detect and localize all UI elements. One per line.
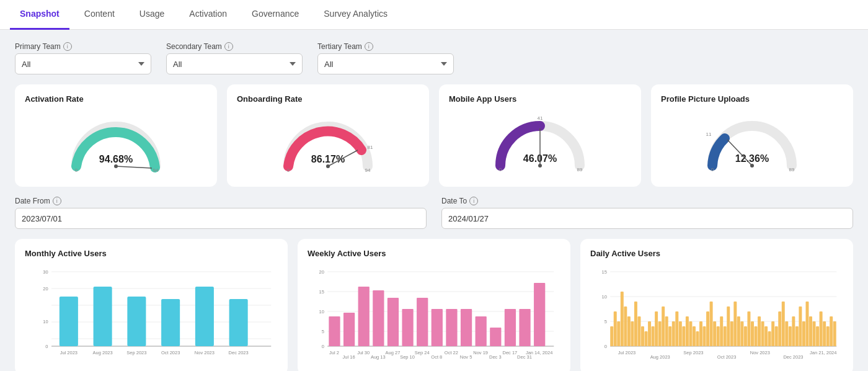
svg-rect-151: [785, 321, 788, 346]
svg-rect-162: [823, 321, 826, 346]
monthly-chart-area: 30 20 10 0: [25, 266, 278, 365]
svg-text:Oct 22: Oct 22: [445, 350, 458, 355]
svg-text:Nov 2023: Nov 2023: [750, 350, 770, 355]
svg-rect-155: [799, 306, 802, 346]
svg-rect-66: [490, 328, 501, 346]
activation-rate-title: Activation Rate: [25, 94, 84, 104]
secondary-team-info-icon[interactable]: i: [224, 42, 233, 51]
svg-rect-118: [672, 321, 675, 346]
svg-rect-165: [833, 321, 836, 346]
gauges-row: Activation Rate 94.68% 0 94 Onboarding R: [15, 84, 853, 187]
svg-rect-140: [747, 311, 750, 346]
tertiary-team-filter: Tertiary Team i All: [317, 42, 454, 74]
onboarding-rate-gauge: 86.17% 0 94 81: [237, 109, 419, 177]
svg-text:Dec 2023: Dec 2023: [783, 354, 803, 360]
primary-team-filter: Primary Team i All: [15, 42, 151, 74]
svg-rect-108: [637, 316, 640, 346]
monthly-active-users-card: Monthly Active Users 30 20 10 0: [15, 239, 288, 371]
svg-text:Jul 2023: Jul 2023: [618, 350, 636, 355]
svg-rect-113: [655, 311, 658, 346]
svg-rect-106: [631, 321, 634, 346]
svg-text:Oct 2023: Oct 2023: [161, 350, 180, 355]
onboarding-rate-title: Onboarding Rate: [237, 94, 302, 104]
tab-governance[interactable]: Governance: [242, 0, 309, 30]
svg-text:86.17%: 86.17%: [311, 154, 345, 164]
svg-rect-156: [802, 321, 805, 346]
svg-rect-36: [161, 299, 180, 346]
svg-rect-116: [665, 316, 668, 346]
mobile-app-users-title: Mobile App Users: [449, 94, 516, 104]
svg-text:11: 11: [706, 132, 712, 137]
date-from-input[interactable]: [15, 208, 427, 229]
svg-text:Aug 2023: Aug 2023: [650, 354, 670, 360]
svg-text:0: 0: [499, 167, 502, 172]
svg-rect-38: [229, 299, 248, 346]
svg-text:12.36%: 12.36%: [735, 153, 769, 164]
profile-picture-uploads-card: Profile Picture Uploads 12.36% 0 89 11: [651, 84, 853, 187]
tab-survey-analytics[interactable]: Survey Analytics: [314, 0, 397, 30]
tab-activation[interactable]: Activation: [179, 0, 237, 30]
svg-rect-56: [343, 313, 355, 346]
tertiary-team-select[interactable]: All: [317, 53, 454, 74]
svg-rect-69: [534, 283, 545, 346]
svg-rect-119: [675, 311, 678, 346]
svg-text:Dec 2023: Dec 2023: [229, 350, 249, 355]
mobile-app-users-svg: 46.07% 0 89 41: [490, 109, 590, 177]
daily-active-users-card: Daily Active Users 15 10 5 0 Jul 2023 Au…: [580, 239, 853, 371]
filters-row: Primary Team i All Secondary Team i All …: [15, 42, 853, 74]
onboarding-rate-svg: 86.17% 0 94 81: [278, 112, 378, 174]
svg-rect-61: [417, 298, 428, 346]
svg-text:Dec 3: Dec 3: [489, 354, 502, 360]
svg-text:Nov 19: Nov 19: [473, 350, 488, 355]
svg-text:89: 89: [577, 167, 583, 172]
svg-rect-129: [710, 302, 713, 346]
svg-rect-114: [658, 321, 662, 346]
svg-point-10: [326, 164, 330, 168]
monthly-chart-title: Monthly Active Users: [25, 249, 278, 258]
date-to-label: Date To i: [441, 197, 853, 205]
svg-rect-159: [813, 321, 816, 346]
secondary-team-label: Secondary Team i: [166, 42, 303, 51]
tab-usage[interactable]: Usage: [130, 0, 174, 30]
svg-rect-154: [795, 326, 799, 346]
svg-text:5: 5: [322, 329, 324, 334]
svg-rect-101: [614, 311, 617, 346]
svg-rect-107: [634, 302, 637, 346]
svg-text:Oct 8: Oct 8: [431, 354, 442, 360]
svg-text:Sep 2023: Sep 2023: [683, 350, 703, 355]
svg-rect-102: [617, 321, 620, 346]
svg-rect-112: [652, 326, 655, 346]
svg-text:10: 10: [601, 294, 606, 300]
svg-rect-57: [358, 287, 370, 346]
date-from-info-icon[interactable]: i: [53, 197, 61, 205]
svg-rect-146: [768, 331, 771, 346]
svg-rect-115: [662, 306, 665, 346]
svg-text:Jul 2: Jul 2: [329, 350, 339, 355]
mobile-app-users-card: Mobile App Users 46.07% 0 89 41: [439, 84, 641, 187]
primary-team-label: Primary Team i: [15, 42, 151, 51]
svg-rect-109: [641, 326, 644, 346]
onboarding-rate-card: Onboarding Rate 86.17% 0 94 81: [227, 84, 429, 187]
primary-team-select[interactable]: All: [15, 53, 151, 74]
svg-rect-132: [720, 316, 723, 346]
svg-text:41: 41: [538, 115, 543, 121]
svg-rect-122: [686, 316, 689, 346]
tab-snapshot[interactable]: Snapshot: [10, 0, 69, 30]
tab-content[interactable]: Content: [74, 0, 125, 30]
svg-rect-127: [703, 326, 706, 346]
svg-text:0: 0: [45, 344, 48, 349]
svg-rect-149: [778, 311, 781, 346]
svg-text:Sep 2023: Sep 2023: [126, 350, 146, 355]
svg-rect-67: [505, 309, 516, 346]
svg-rect-124: [693, 326, 696, 346]
svg-rect-145: [764, 326, 768, 346]
svg-rect-37: [195, 287, 214, 346]
tertiary-team-info-icon[interactable]: i: [365, 42, 373, 51]
svg-rect-111: [648, 321, 651, 346]
date-to-input[interactable]: [441, 208, 853, 229]
profile-picture-uploads-svg: 12.36% 0 89 11: [702, 109, 802, 177]
date-to-info-icon[interactable]: i: [469, 197, 478, 205]
svg-text:Sep 24: Sep 24: [415, 350, 430, 355]
primary-team-info-icon[interactable]: i: [63, 42, 72, 51]
secondary-team-select[interactable]: All: [166, 53, 303, 74]
